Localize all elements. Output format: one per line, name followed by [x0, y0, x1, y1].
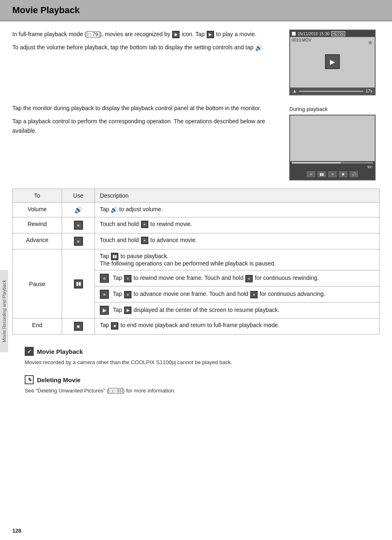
pause-icon: ▮▮	[74, 279, 83, 288]
checkmark-icon: ✓	[25, 347, 34, 356]
star-icon: ★	[367, 39, 373, 46]
sound-icon-inline: 🔊	[255, 44, 262, 51]
play-icon-inline2: ▶	[207, 31, 214, 38]
rewind-inline-2: «	[124, 275, 131, 282]
page-title: Movie Playback	[12, 5, 380, 16]
note-2-header: ✎ Deleting Movie	[25, 375, 380, 384]
row-use-pause: ▮▮	[62, 249, 95, 318]
row-use-advance: »	[62, 233, 95, 249]
row-to-advance: Advance	[13, 233, 62, 249]
camera-top-bar: ▶ 15/11/2010 15:30 HD720	[290, 30, 375, 37]
sound-inline-1: 🔊	[111, 206, 118, 213]
table-row-volume: Volume 🔊 Tap 🔊 to adjust volume.	[13, 203, 380, 217]
play-icon-inline: ▶	[172, 31, 180, 38]
progress-fill	[292, 162, 341, 164]
operations-table: To Use Description Volume 🔊 Tap 🔊 to adj…	[12, 189, 380, 335]
rewind-inline-3: «	[245, 275, 253, 282]
camera2-play-content	[290, 115, 375, 163]
camera-image-1: ▶ 15/11/2010 15:30 HD720 0010.MOV ▶ ★ ▲ …	[289, 30, 380, 95]
table-row-rewind: Rewind « Touch and hold « to rewind movi…	[13, 217, 380, 233]
table-row-advance: Advance » Touch and hold » to advance mo…	[13, 233, 380, 249]
stop-icon: ■	[74, 322, 83, 331]
table-row-pause: Pause ▮▮ Tap ▮▮ to pause playback. The f…	[13, 249, 380, 270]
arrow-up-icon: ▲	[293, 89, 297, 93]
camera-bottom-bar: ▲ 17s	[290, 88, 375, 95]
table-wrapper: To Use Description Volume 🔊 Tap 🔊 to adj…	[12, 189, 380, 335]
row-desc-pause-sub3: ▶ Tap ▶ displayed at the center of the s…	[95, 302, 380, 318]
row-desc-advance: Touch and hold » to advance movie.	[95, 233, 380, 249]
pencil-icon: ✎	[25, 375, 34, 384]
advance-inline-3: »	[250, 291, 258, 298]
note-1-header: ✓ Movie Playback	[25, 347, 380, 356]
camera-screen-2: 9s↑ « ▮▮ » ■ 🔊	[289, 115, 376, 180]
ctrl-volume[interactable]: 🔊	[349, 171, 359, 178]
intro-paragraph2: To adjust the volume before playback, ta…	[12, 43, 277, 52]
title-bar: Movie Playback	[0, 0, 392, 21]
row-desc-pause-sub2: » Tap » to advance movie one frame. Touc…	[95, 286, 380, 302]
ctrl-advance[interactable]: »	[327, 171, 337, 178]
main-content: In full-frame playback mode (□ 79), movi…	[0, 21, 392, 412]
ctrl-rewind[interactable]: «	[306, 171, 316, 178]
col-header-to: To	[13, 189, 62, 203]
sound-icon: 🔊	[74, 206, 83, 213]
camera-image-2: During playback 9s↑ « ▮▮ » ■ 🔊	[289, 104, 380, 180]
rewind-inline-1: «	[141, 221, 148, 228]
row-to-end: End	[13, 318, 62, 335]
row-desc-volume: Tap 🔊 to adjust volume.	[95, 203, 380, 217]
row-to-pause: Pause	[13, 249, 62, 318]
middle-section: Tap the monitor during playback to displ…	[12, 104, 380, 180]
page-number: 128	[12, 528, 21, 534]
hd-badge: HD720	[331, 31, 345, 36]
note-2: ✎ Deleting Movie See "Deleting Unwanted …	[25, 375, 380, 395]
advance-inline-1: »	[141, 237, 148, 244]
play-button-big: ▶	[325, 54, 340, 69]
note-2-body: See "Deleting Unwanted Pictures" (□□ 33)…	[25, 387, 380, 395]
note-1: ✓ Movie Playback Movies recorded by a ca…	[25, 347, 380, 367]
rewind-sub-icon: «	[100, 274, 109, 283]
ctrl-buttons: « ▮▮ » ■ 🔊	[292, 170, 373, 179]
camera-time: 15/11/2010 15:30	[297, 32, 330, 36]
pause-inline-1: ▮▮	[111, 253, 118, 260]
play-inline-1: ▶	[124, 307, 131, 314]
play-sub-icon: ▶	[100, 306, 109, 315]
ctrl-stop[interactable]: ■	[338, 171, 348, 178]
row-use-volume: 🔊	[62, 203, 95, 217]
advance-inline-2: »	[124, 291, 131, 298]
note-1-title: Movie Playback	[37, 348, 83, 355]
top-section: In full-frame playback mode (□ 79), movi…	[12, 30, 380, 95]
row-desc-rewind: Touch and hold « to rewind movie.	[95, 217, 380, 233]
row-to-rewind: Rewind	[13, 217, 62, 233]
camera2-control-bar: 9s↑ « ▮▮ » ■ 🔊	[290, 161, 375, 180]
rec-icon: ▶	[292, 32, 296, 36]
note-2-title: Deleting Movie	[37, 376, 81, 383]
progress-bar	[292, 162, 373, 164]
middle-paragraph1: Tap the monitor during playback to displ…	[12, 104, 277, 113]
row-use-rewind: «	[62, 217, 95, 233]
row-desc-pause-main: Tap ▮▮ to pause playback. The following …	[95, 249, 380, 270]
camera-filename: 0010.MOV	[290, 37, 375, 43]
advance-icon: »	[74, 237, 83, 246]
middle-text: Tap the monitor during playback to displ…	[12, 104, 277, 180]
middle-paragraph2: Tap a playback control to perform the co…	[12, 117, 277, 135]
sidebar-label: Movie Recording and Playback	[0, 270, 8, 352]
intro-text: In full-frame playback mode (□ 79), movi…	[12, 30, 277, 95]
playback-label: During playback	[289, 106, 327, 112]
rewind-icon: «	[74, 221, 83, 230]
camera-duration: 17s	[366, 89, 372, 93]
camera-screen-1: ▶ 15/11/2010 15:30 HD720 0010.MOV ▶ ★ ▲ …	[289, 30, 376, 95]
time-display: 9s↑	[292, 165, 373, 169]
row-use-end: ■	[62, 318, 95, 335]
advance-sub-icon: »	[100, 290, 109, 299]
note-1-body: Movies recorded by a camera other than t…	[25, 358, 380, 367]
intro-paragraph1: In full-frame playback mode (□ 79), movi…	[12, 30, 277, 39]
table-row-end: End ■ Tap ■ to end movie playback and re…	[13, 318, 380, 335]
col-header-use: Use	[62, 189, 95, 203]
row-desc-pause-sub1: « Tap « to rewind movie one frame. Touch…	[95, 270, 380, 286]
row-to-volume: Volume	[13, 203, 62, 217]
stop-inline-1: ■	[111, 322, 118, 330]
ctrl-pause[interactable]: ▮▮	[317, 171, 327, 178]
camera-play-area: ▶	[290, 43, 375, 80]
col-header-desc: Description	[95, 189, 380, 203]
notes-section: ✓ Movie Playback Movies recorded by a ca…	[12, 347, 380, 404]
row-desc-end: Tap ■ to end movie playback and return t…	[95, 318, 380, 335]
